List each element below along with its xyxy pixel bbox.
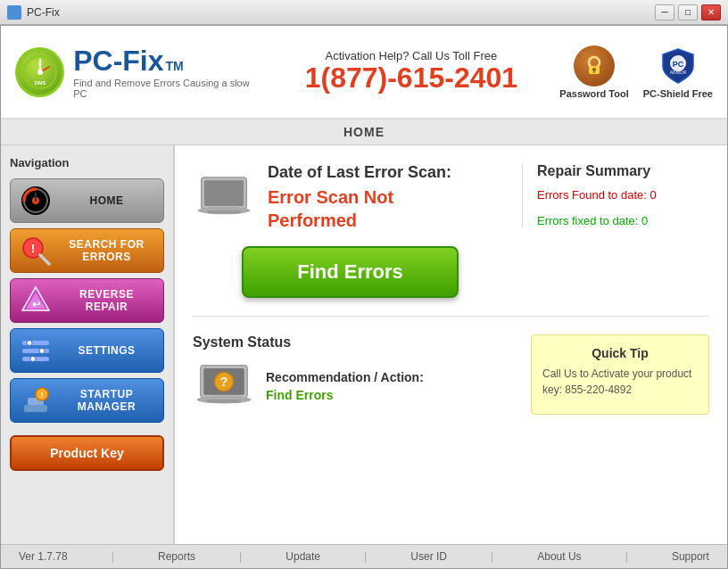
svg-line-18 bbox=[40, 255, 49, 264]
find-errors-button[interactable]: Find Errors bbox=[242, 246, 459, 298]
maximize-button[interactable]: □ bbox=[678, 4, 698, 21]
close-button[interactable]: ✕ bbox=[701, 4, 721, 21]
errors-found-stat: Errors Found to date: 0 bbox=[537, 188, 709, 202]
reverse-repair-label: REVERSE REPAIR bbox=[59, 288, 154, 313]
system-status-section: System Status ? bbox=[193, 334, 709, 415]
sidebar-item-home[interactable]: HOME bbox=[10, 178, 164, 223]
system-status-left: System Status ? bbox=[193, 334, 517, 415]
repair-summary-title: Repair Summary bbox=[537, 163, 709, 179]
pc-shield[interactable]: PC ARMOR PC-Shield Free bbox=[643, 45, 713, 99]
svg-text:ARMOR: ARMOR bbox=[670, 70, 687, 75]
password-tool-icon bbox=[574, 45, 615, 87]
svg-rect-28 bbox=[24, 405, 47, 412]
recommendation-label: Recommendation / Action: bbox=[266, 370, 424, 384]
footer-support-link[interactable]: Support bbox=[672, 550, 709, 563]
sidebar-item-startup-manager[interactable]: ! STARTUP MANAGER bbox=[10, 378, 164, 423]
search-errors-label: SEARCH FOR ERRORS bbox=[59, 238, 154, 263]
app-icon bbox=[7, 5, 21, 20]
version-text: Ver 1.7.78 bbox=[19, 550, 68, 563]
scan-info: Date of Last Error Scan: Error Scan NotP… bbox=[268, 163, 451, 232]
footer-reports-link[interactable]: Reports bbox=[158, 550, 195, 563]
scan-header: Date of Last Error Scan: Error Scan NotP… bbox=[193, 163, 508, 232]
status-action: Find Errors bbox=[266, 388, 424, 402]
svg-rect-33 bbox=[204, 180, 244, 206]
footer-userid-link[interactable]: User ID bbox=[410, 550, 447, 563]
svg-point-8 bbox=[592, 68, 596, 71]
sidebar-item-settings[interactable]: SETTINGS bbox=[10, 328, 164, 373]
svg-text:?: ? bbox=[220, 375, 228, 389]
svg-text:!: ! bbox=[31, 242, 35, 255]
svg-text:PC: PC bbox=[673, 60, 684, 69]
toll-free-label: Activation Help? Call Us Toll Free bbox=[262, 49, 559, 62]
svg-point-26 bbox=[39, 349, 45, 354]
quick-tip-text: Call Us to Activate your product key: 85… bbox=[542, 366, 698, 398]
svg-rect-39 bbox=[207, 400, 242, 403]
svg-point-0 bbox=[10, 8, 19, 17]
logo-title: PC-Fix bbox=[73, 45, 163, 78]
top-section: Date of Last Error Scan: Error Scan NotP… bbox=[193, 163, 709, 298]
find-errors-area: Find Errors bbox=[193, 246, 508, 298]
logo-circle: DNS bbox=[15, 47, 64, 97]
reverse-repair-icon: ↩ bbox=[20, 284, 52, 317]
svg-point-25 bbox=[27, 341, 32, 346]
error-icon: ! bbox=[20, 235, 52, 267]
window-controls: ─ □ ✕ bbox=[655, 4, 721, 21]
home-icon bbox=[20, 185, 52, 217]
title-bar: PC-Fix ─ □ ✕ bbox=[0, 0, 728, 25]
startup-manager-label: STARTUP MANAGER bbox=[59, 388, 154, 413]
errors-fixed-stat: Errors fixed to date: 0 bbox=[537, 214, 709, 227]
footer-update-link[interactable]: Update bbox=[285, 550, 320, 563]
repair-summary: Repair Summary Errors Found to date: 0 E… bbox=[522, 163, 709, 227]
window-title: PC-Fix bbox=[27, 6, 655, 19]
logo-subtitle: Find and Remove Errors Causing a slow PC bbox=[73, 78, 262, 99]
svg-rect-35 bbox=[207, 210, 240, 213]
footer-aboutus-link[interactable]: About Us bbox=[537, 550, 581, 563]
sidebar-item-search-errors[interactable]: ! SEARCH FOR ERRORS bbox=[10, 228, 164, 273]
content-area: Navigation HOME ! bbox=[1, 145, 727, 544]
pc-shield-icon: PC ARMOR bbox=[658, 45, 699, 87]
header: DNS PC-Fix TM Find and Remove Errors Cau… bbox=[1, 26, 727, 120]
sidebar: Navigation HOME ! bbox=[1, 145, 175, 544]
logo-tm: TM bbox=[166, 59, 184, 73]
laptop-icon bbox=[193, 171, 255, 224]
header-tools: Password Tool PC ARMOR PC-Shield Free bbox=[559, 45, 713, 99]
toll-free-area: Activation Help? Call Us Toll Free 1(877… bbox=[262, 49, 559, 94]
sidebar-item-reverse-repair[interactable]: ↩ REVERSE REPAIR bbox=[10, 278, 164, 323]
main-panel: Date of Last Error Scan: Error Scan NotP… bbox=[175, 145, 727, 544]
home-btn-label: HOME bbox=[59, 194, 154, 207]
settings-icon bbox=[20, 334, 52, 367]
password-tool-label: Password Tool bbox=[559, 88, 628, 99]
svg-point-4 bbox=[37, 70, 43, 75]
minimize-button[interactable]: ─ bbox=[655, 4, 674, 21]
system-status-title: System Status bbox=[193, 334, 517, 350]
product-key-button[interactable]: Product Key bbox=[10, 435, 164, 471]
pc-shield-label: PC-Shield Free bbox=[643, 88, 713, 99]
home-tab[interactable]: HOME bbox=[1, 120, 727, 145]
quick-tip-title: Quick Tip bbox=[542, 346, 698, 360]
startup-icon: ! bbox=[20, 384, 52, 416]
svg-point-27 bbox=[30, 357, 36, 362]
footer: Ver 1.7.78 | Reports | Update | User ID … bbox=[1, 544, 727, 568]
status-content: ? Recommendation / Action: Find Errors bbox=[193, 358, 517, 415]
password-tool[interactable]: Password Tool bbox=[559, 45, 628, 99]
logo-text: PC-Fix TM Find and Remove Errors Causing… bbox=[73, 45, 262, 99]
status-laptop-icon: ? bbox=[193, 358, 255, 415]
scan-status: Error Scan NotPerformed bbox=[268, 186, 451, 232]
settings-label: SETTINGS bbox=[59, 344, 154, 357]
svg-text:!: ! bbox=[41, 391, 44, 400]
divider bbox=[193, 316, 709, 317]
svg-text:DNS: DNS bbox=[34, 80, 46, 86]
toll-free-number: 1(877)-615-2401 bbox=[262, 62, 559, 94]
quick-tip-box: Quick Tip Call Us to Activate your produ… bbox=[531, 334, 709, 415]
nav-label: Navigation bbox=[10, 156, 164, 169]
scan-date-label: Date of Last Error Scan: bbox=[268, 163, 451, 182]
logo-area: DNS PC-Fix TM Find and Remove Errors Cau… bbox=[15, 45, 262, 99]
status-info: Recommendation / Action: Find Errors bbox=[266, 370, 424, 402]
scan-section: Date of Last Error Scan: Error Scan NotP… bbox=[193, 163, 508, 298]
main-window: DNS PC-Fix TM Find and Remove Errors Cau… bbox=[0, 25, 728, 569]
svg-text:↩: ↩ bbox=[32, 299, 41, 309]
